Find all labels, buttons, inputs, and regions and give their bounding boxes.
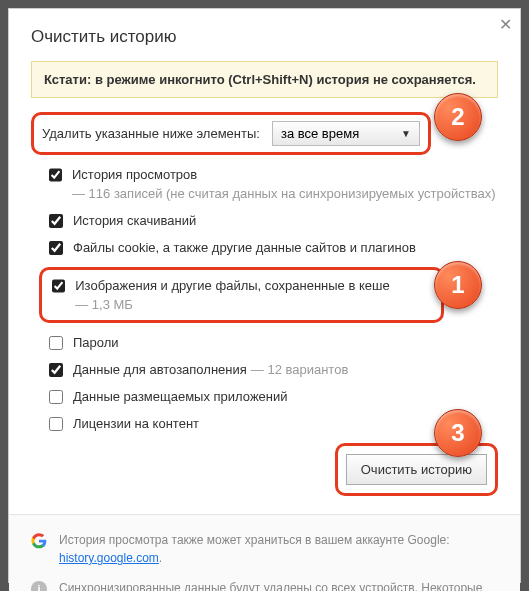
info-icon: i	[31, 581, 47, 591]
close-icon[interactable]: ✕	[499, 15, 512, 34]
option-cookies[interactable]: Файлы cookie, а также другие данные сайт…	[49, 240, 498, 255]
checkbox-downloads[interactable]	[49, 214, 63, 228]
option-cache-highlight: Изображения и другие файлы, сохраненные …	[39, 267, 444, 323]
clear-history-button[interactable]: Очистить историю	[346, 454, 487, 485]
dialog-footer: История просмотра также может храниться …	[9, 514, 520, 591]
option-cache[interactable]: Изображения и другие файлы, сохраненные …	[52, 278, 431, 312]
dialog-title: Очистить историю	[31, 27, 498, 47]
incognito-tip: Кстати: в режиме инкогнито (Ctrl+Shift+N…	[31, 61, 498, 98]
option-autofill[interactable]: Данные для автозаполнения — 12 вариантов	[49, 362, 498, 377]
option-browsing[interactable]: История просмотров — 116 записей (не счи…	[49, 167, 498, 201]
option-licenses[interactable]: Лицензии на контент	[49, 416, 498, 431]
checkbox-browsing[interactable]	[49, 168, 62, 182]
google-icon	[31, 533, 47, 549]
checkbox-cookies[interactable]	[49, 241, 63, 255]
time-range-row: Удалить указанные ниже элементы: за все …	[31, 112, 431, 155]
footer-google-row: История просмотра также может храниться …	[31, 531, 498, 567]
option-downloads[interactable]: История скачиваний	[49, 213, 498, 228]
option-hosted[interactable]: Данные размещаемых приложений	[49, 389, 498, 404]
checkbox-hosted[interactable]	[49, 390, 63, 404]
checkbox-cache[interactable]	[52, 279, 65, 293]
time-range-select[interactable]: за все время ▼	[272, 121, 420, 146]
chevron-down-icon: ▼	[401, 128, 411, 139]
time-range-value: за все время	[281, 126, 359, 141]
checkbox-passwords[interactable]	[49, 336, 63, 350]
history-google-link[interactable]: history.google.com	[59, 551, 159, 565]
annotation-badge-3: 3	[434, 409, 482, 457]
annotation-badge-1: 1	[434, 261, 482, 309]
option-passwords[interactable]: Пароли	[49, 335, 498, 350]
dialog-actions: Очистить историю	[9, 443, 520, 514]
clear-history-dialog: ✕ Очистить историю Кстати: в режиме инко…	[8, 8, 521, 583]
checkbox-autofill[interactable]	[49, 363, 63, 377]
dialog-body: Очистить историю Кстати: в режиме инкогн…	[9, 9, 520, 431]
time-range-label: Удалить указанные ниже элементы:	[42, 126, 260, 141]
checkbox-licenses[interactable]	[49, 417, 63, 431]
options-list: История просмотров — 116 записей (не счи…	[31, 167, 498, 431]
footer-sync-row: i Синхронизированные данные будут удален…	[31, 579, 498, 591]
annotation-badge-2: 2	[434, 93, 482, 141]
